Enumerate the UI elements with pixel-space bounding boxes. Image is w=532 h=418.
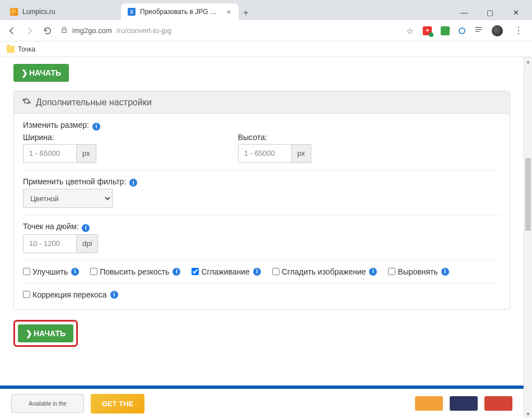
chevron-right-icon: ❯ — [26, 329, 32, 338]
width-input-group: px — [23, 144, 96, 163]
tab-label: Преобразовать в JPG — Конве… — [140, 8, 221, 16]
panel-header: Дополнительные настройки — [14, 91, 510, 114]
page-viewport: ▲ ▼ ❯ НАЧАТЬ Дополнительные настройки Из… — [0, 57, 532, 418]
smooth-checkbox[interactable]: Сгладить изображение i — [272, 267, 377, 276]
bookmarks-bar: Точка — [0, 41, 532, 57]
tab-lumpics[interactable]: Lumpics.ru — [3, 3, 121, 20]
info-icon[interactable]: i — [110, 291, 118, 299]
scrollbar-thumb[interactable] — [525, 158, 531, 231]
get-app-button[interactable]: GET THE — [91, 394, 144, 414]
partner-logo[interactable] — [450, 396, 478, 411]
lock-icon — [60, 26, 68, 35]
minimize-button[interactable]: — — [457, 8, 472, 17]
info-icon[interactable]: i — [71, 268, 79, 276]
profile-avatar[interactable] — [492, 25, 503, 36]
info-icon[interactable]: i — [129, 179, 137, 187]
chevron-right-icon: ❯ — [21, 68, 28, 77]
tab-label: Lumpics.ru — [22, 8, 114, 16]
page-content: ❯ НАЧАТЬ Дополнительные настройки Измени… — [0, 57, 524, 347]
antialias-checkbox[interactable]: Сглаживание i — [192, 267, 260, 276]
width-label: Ширина: — [23, 133, 238, 142]
annotation-highlight: ❯ НАЧАТЬ — [13, 320, 78, 347]
resize-section-label: Изменить размер: i — [23, 120, 501, 131]
favicon-lumpics — [10, 8, 18, 16]
scrollbar[interactable]: ▲ ▼ — [524, 57, 532, 418]
favicon-img2go: 2 — [128, 8, 136, 16]
panel-title: Дополнительные настройки — [36, 97, 152, 108]
deskew-checkbox[interactable]: Коррекция перекоса i — [23, 290, 118, 299]
info-icon[interactable]: i — [92, 123, 100, 131]
start-button-bottom[interactable]: ❯ НАЧАТЬ — [18, 324, 73, 342]
forward-button[interactable] — [25, 26, 35, 36]
footer-logos — [415, 396, 512, 411]
info-icon[interactable]: i — [172, 268, 180, 276]
sharpen-input[interactable] — [90, 268, 97, 275]
width-col: Ширина: px — [23, 133, 238, 163]
start-button-label: НАЧАТЬ — [29, 68, 61, 77]
color-filter-select[interactable]: Цветной — [23, 189, 113, 208]
height-label: Высота: — [238, 133, 453, 142]
start-button-wrap-bottom: ❯ НАЧАТЬ — [13, 320, 510, 347]
footer-band: Available in the GET THE — [0, 386, 524, 418]
enhance-checkbox[interactable]: Улучшить i — [23, 267, 79, 276]
panel-body: Изменить размер: i Ширина: px Высота: — [14, 114, 510, 309]
sharpen-checkbox[interactable]: Повысить резкость i — [90, 267, 180, 276]
deskew-row: Коррекция перекоса i — [23, 290, 501, 299]
extension-opera-icon[interactable] — [459, 27, 465, 34]
dpi-input-group: dpi — [23, 234, 98, 253]
divider — [23, 215, 501, 215]
address-bar[interactable]: img2go.com/ru/convert-to-jpg — [60, 26, 398, 35]
maximize-button[interactable]: ▢ — [483, 8, 497, 17]
extension-adblock-icon[interactable]: ✦ — [423, 26, 432, 35]
new-tab-button[interactable]: + — [239, 6, 253, 20]
folder-icon — [7, 46, 15, 53]
close-button[interactable]: ✕ — [508, 8, 523, 17]
smooth-input[interactable] — [272, 268, 279, 275]
divider — [23, 170, 501, 170]
enhancements-row: Улучшить i Повысить резкость i Сглаживан… — [23, 267, 501, 276]
px-unit: px — [77, 144, 96, 163]
scroll-down-icon[interactable]: ▼ — [524, 410, 532, 418]
window-controls: — ▢ ✕ — [457, 8, 528, 20]
deskew-input[interactable] — [23, 291, 30, 298]
extensions: ✦ ⋮ — [423, 25, 525, 36]
divider — [23, 260, 501, 261]
info-icon[interactable]: i — [253, 268, 261, 276]
align-checkbox[interactable]: Выровнять i — [388, 267, 449, 276]
bookmark-item[interactable]: Точка — [18, 45, 35, 53]
reading-list-icon[interactable] — [474, 25, 483, 36]
scroll-up-icon[interactable]: ▲ — [524, 57, 532, 66]
info-icon[interactable]: i — [369, 268, 377, 276]
dpi-input[interactable] — [23, 234, 77, 253]
extension-music-icon[interactable] — [441, 26, 450, 35]
gear-icon — [22, 96, 31, 108]
browser-titlebar: Lumpics.ru 2 Преобразовать в JPG — Конве… — [0, 0, 532, 20]
height-input[interactable] — [238, 144, 292, 163]
height-col: Высота: px — [238, 133, 453, 163]
antialias-input[interactable] — [192, 268, 199, 275]
start-button-top[interactable]: ❯ НАЧАТЬ — [13, 64, 69, 82]
url-path: /ru/convert-to-jpg — [116, 26, 171, 35]
height-input-group: px — [238, 144, 311, 163]
width-input[interactable] — [23, 144, 77, 163]
info-icon[interactable]: i — [441, 268, 449, 276]
start-button-label: НАЧАТЬ — [34, 329, 66, 338]
dpi-unit: dpi — [77, 234, 98, 253]
back-button[interactable] — [7, 26, 17, 36]
partner-logo[interactable] — [415, 396, 443, 411]
close-icon[interactable]: × — [225, 8, 232, 16]
store-badge[interactable]: Available in the — [11, 394, 84, 413]
px-unit: px — [292, 144, 311, 163]
dpi-section-label: Точек на дюйм: i — [23, 222, 501, 232]
align-input[interactable] — [388, 268, 395, 275]
divider — [23, 283, 501, 284]
menu-button[interactable]: ⋮ — [512, 25, 525, 36]
url-host: img2go.com — [72, 26, 112, 35]
bookmark-star-icon[interactable]: ☆ — [406, 26, 415, 35]
filter-section-label: Применить цветной фильтр: i — [23, 177, 501, 187]
partner-logo[interactable] — [484, 396, 512, 411]
info-icon[interactable]: i — [82, 224, 90, 232]
enhance-input[interactable] — [23, 268, 30, 275]
tab-img2go[interactable]: 2 Преобразовать в JPG — Конве… × — [121, 3, 239, 20]
reload-button[interactable] — [43, 26, 53, 36]
